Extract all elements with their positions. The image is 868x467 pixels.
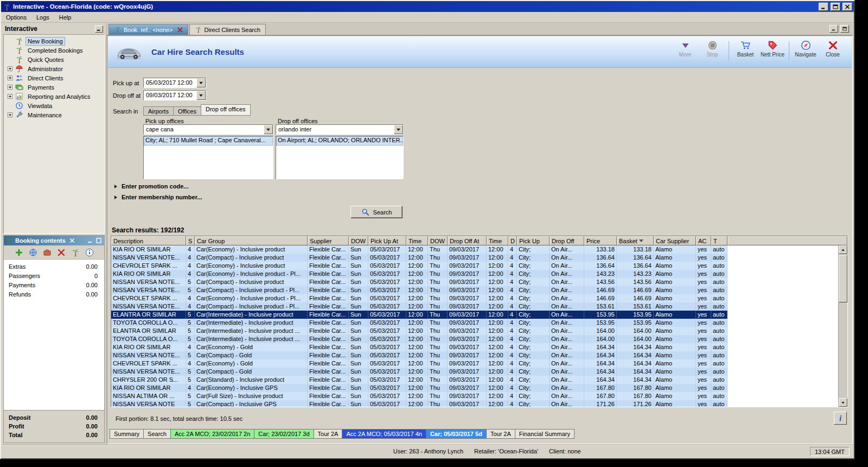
table-row[interactable]: NISSAN VERSA NOTE...4Car(Compact) - Incl… xyxy=(111,254,838,262)
scrollbar-thumb[interactable] xyxy=(839,255,847,302)
expand-plus-icon[interactable] xyxy=(8,112,12,117)
expand-plus-icon[interactable] xyxy=(8,75,12,80)
tab-book-ref-none[interactable]: Book. ref.: <none> xyxy=(108,24,188,35)
dropoff-offices-list[interactable]: On Airport; AL; ORLANDO; ORLANDO INTER..… xyxy=(276,136,404,179)
toolbar-basket-button[interactable]: Basket xyxy=(732,40,759,58)
column-header-d[interactable]: D xyxy=(508,236,517,245)
panel-collapse-button[interactable] xyxy=(95,26,103,33)
dropoff-offices-dropdown-button[interactable] xyxy=(394,125,403,134)
sidebar-item-reporting-and-analytics[interactable]: Reporting and Analytics xyxy=(4,92,104,101)
delete-icon[interactable] xyxy=(57,248,66,257)
world-icon[interactable] xyxy=(29,248,37,257)
column-header-pick-up-at[interactable]: Pick Up At xyxy=(368,236,406,245)
table-row[interactable]: ELANTRA OR SIMILAR5Car(Intermediate) - I… xyxy=(111,327,838,335)
search-tab-airports[interactable]: Airports xyxy=(143,106,173,116)
bottom-tab-summary[interactable]: Summary xyxy=(110,429,144,439)
search-tab-drop-off-offices[interactable]: Drop off offices xyxy=(201,104,251,116)
sidebar-item-direct-clients[interactable]: Direct Clients xyxy=(4,73,104,83)
table-row[interactable]: NISSAN VERSA NOTE...4Car(Compact) - Incl… xyxy=(111,302,838,311)
bottom-tab-search[interactable]: Search xyxy=(144,429,171,439)
dropoff-offices-combo[interactable]: orlando inter xyxy=(276,124,404,135)
column-header-time[interactable]: Time xyxy=(487,236,508,245)
search-tab-offices[interactable]: Offices xyxy=(173,106,201,116)
table-row[interactable]: CHEVROLET SPARK ...4Car(Economy) - Inclu… xyxy=(111,294,838,302)
column-header-drop-off-at[interactable]: Drop Off At xyxy=(448,236,487,245)
column-header-time[interactable]: Time xyxy=(406,236,428,245)
booking-row-extras[interactable]: Extras0.00 xyxy=(4,262,104,271)
table-row[interactable]: NISSAN ALTIMA OR ...5Car(Full Size) - In… xyxy=(111,392,838,400)
document-minimize-button[interactable] xyxy=(829,25,838,33)
table-row[interactable]: KIA RIO OR SIMILAR4Car(Economy) - Inclus… xyxy=(111,270,838,278)
pickup-dropdown-button[interactable] xyxy=(196,78,206,87)
booking-row-passengers[interactable]: Passengers0 xyxy=(4,271,104,280)
tab-direct-clients-search[interactable]: Direct Clients Search xyxy=(189,24,266,35)
table-row[interactable]: NISSAN VERSA NOTE...5Car(Compact) - Incl… xyxy=(111,278,838,286)
bottom-tab-acc-2a-mco-23-02-2017-2n[interactable]: Acc 2A MCO; 23/02/2017 2n xyxy=(171,429,254,439)
table-row[interactable]: KIA RIO OR SIMILAR4Car(Economy) - GoldFl… xyxy=(111,343,838,351)
table-row[interactable]: TOYOTA COROLLA O...5Car(Intermediate) - … xyxy=(111,319,838,327)
search-button[interactable]: Search xyxy=(350,206,403,218)
column-header-price[interactable]: Price xyxy=(584,236,617,245)
bottom-tab-financial-summary[interactable]: Financial Summary xyxy=(515,429,575,439)
info-icon[interactable] xyxy=(85,248,94,257)
column-header-ac[interactable]: AC xyxy=(696,236,711,245)
sidebar-item-quick-quotes[interactable]: Quick Quotes xyxy=(4,55,104,64)
pickup-offices-dropdown-button[interactable] xyxy=(264,125,273,134)
menu-item-options[interactable]: Options xyxy=(1,12,31,22)
column-header-dow[interactable]: DOW xyxy=(349,236,368,245)
column-header-dow[interactable]: DOW xyxy=(428,236,448,245)
table-row[interactable]: KIA RIO OR SIMILAR4Car(Economy) - Inclus… xyxy=(111,245,838,254)
table-row[interactable]: NISSAN VERSA NOTE...5Car(Compact) - Gold… xyxy=(111,368,838,376)
table-row[interactable]: CHEVROLET SPARK ...4Car(Economy) - Inclu… xyxy=(111,262,838,270)
column-header-description[interactable]: Description xyxy=(111,236,186,245)
menu-item-logs[interactable]: Logs xyxy=(31,12,54,22)
column-header-supplier[interactable]: Supplier xyxy=(308,236,349,245)
add-icon[interactable] xyxy=(15,248,23,257)
pickup-offices-combo[interactable]: cape cana xyxy=(143,124,273,135)
info-button[interactable]: i xyxy=(834,412,847,425)
column-header-drop-off[interactable]: Drop Off xyxy=(550,236,584,245)
document-restore-button[interactable] xyxy=(840,25,849,33)
bottom-tab-acc-2a-mco-05-03-2017-4n[interactable]: Acc 2A MCO; 05/03/2017 4n xyxy=(342,429,426,439)
booking-contents-close-button[interactable] xyxy=(69,238,75,244)
booking-row-refunds[interactable]: Refunds0.00 xyxy=(4,289,104,299)
sidebar-item-completed-bookings[interactable]: Completed Bookings xyxy=(4,46,104,55)
toolbar-close-button[interactable]: Close xyxy=(819,40,846,58)
column-header-car-group[interactable]: Car Group xyxy=(195,236,308,245)
bottom-tab-tour-2a[interactable]: Tour 2A xyxy=(314,429,343,439)
table-row[interactable]: NISSAN VERSA NOTE...5Car(Compact) - Gold… xyxy=(111,351,838,359)
tab-close-icon[interactable] xyxy=(177,27,183,33)
pickup-office-item[interactable]: City; AL; 710 Mullet Road ; Cape Canaver… xyxy=(144,136,273,146)
toolbar-nett-price-button[interactable]: Nett Price xyxy=(759,40,786,58)
bottom-tab-car-23-02-2017-3d[interactable]: Car; 23/02/2017 3d xyxy=(254,429,314,439)
table-row[interactable]: TOYOTA COROLLA O...5Car(Intermediate) - … xyxy=(111,335,838,343)
column-header-basket[interactable]: Basket xyxy=(617,236,654,245)
window-close-button[interactable] xyxy=(843,3,852,11)
window-minimize-button[interactable] xyxy=(819,3,828,11)
table-row[interactable]: NISSAN VERSA NOTE...5Car(Compact) - Incl… xyxy=(111,286,838,294)
column-header-t[interactable]: T xyxy=(711,236,727,245)
membership-number-expander[interactable]: Enter membership number... xyxy=(114,194,202,200)
luggage-icon[interactable] xyxy=(43,248,52,257)
dropoff-datetime-field[interactable]: 09/03/2017 12:00 xyxy=(143,90,206,100)
sidebar-item-maintenance[interactable]: Maintenance xyxy=(4,110,104,119)
palm-icon[interactable] xyxy=(71,248,80,257)
table-row[interactable]: ELANTRA OR SIMILAR5Car(Intermediate) - I… xyxy=(111,311,838,319)
toolbar-navigate-button[interactable]: Navigate xyxy=(792,40,819,58)
expand-plus-icon[interactable] xyxy=(8,66,12,71)
booking-row-payments[interactable]: Payments0.00 xyxy=(4,280,104,289)
sidebar-item-administrator[interactable]: Administrator xyxy=(4,64,104,73)
sidebar-item-payments[interactable]: Payments xyxy=(4,83,104,92)
expand-plus-icon[interactable] xyxy=(8,85,12,90)
sidebar-item-new-booking[interactable]: New Booking xyxy=(4,36,104,46)
sidebar-item-viewdata[interactable]: Viewdata xyxy=(4,101,104,110)
table-row[interactable]: KIA RIO OR SIMILAR4Car(Economy) - Inclus… xyxy=(111,384,838,392)
dropoff-dropdown-button[interactable] xyxy=(196,91,206,100)
menu-item-help[interactable]: Help xyxy=(54,12,76,22)
pickup-datetime-field[interactable]: 05/03/2017 12:00 xyxy=(143,78,206,88)
expand-plus-icon[interactable] xyxy=(8,94,12,99)
scroll-down-button[interactable] xyxy=(839,398,847,407)
bottom-tab-car-05-03-2017-5d[interactable]: Car; 05/03/2017 5d xyxy=(426,429,487,439)
column-header-s[interactable]: S xyxy=(186,236,195,245)
pickup-offices-list[interactable]: City; AL; 710 Mullet Road ; Cape Canaver… xyxy=(143,136,273,179)
